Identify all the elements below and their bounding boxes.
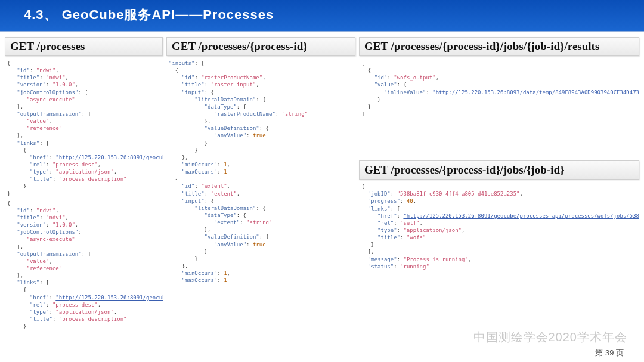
content-area: GET /processes { "id": "ndwi", "title": … bbox=[0, 32, 644, 331]
json-job: { "jobID": "538ba81f-c930-4ff4-a805-d41e… bbox=[359, 182, 639, 271]
json-processes-ndwi: { "id": "ndwi", "title": "ndwi", "versio… bbox=[5, 58, 163, 199]
header-get-results: GET /processes/{process-id}/jobs/{job-id… bbox=[359, 37, 639, 56]
json-process-detail: "inputs": [ { "id": "rasterProductName",… bbox=[166, 58, 355, 285]
page-number: 第 39 页 bbox=[595, 348, 624, 358]
slide-title: 4.3、 GeoCube服务API——Processes bbox=[0, 0, 644, 32]
header-get-processes: GET /processes bbox=[5, 37, 163, 56]
json-processes-ndvi: { "id": "ndvi", "title": "ndvi", "versio… bbox=[5, 199, 163, 332]
json-results: [ { "id": "wofs_output", "value": { "inl… bbox=[359, 58, 639, 119]
header-get-process-id: GET /processes/{process-id} bbox=[166, 37, 355, 56]
watermark: 中国测绘学会2020学术年会 bbox=[473, 329, 628, 345]
header-get-job: GET /processes/{process-id}/jobs/{job-id… bbox=[359, 160, 639, 180]
